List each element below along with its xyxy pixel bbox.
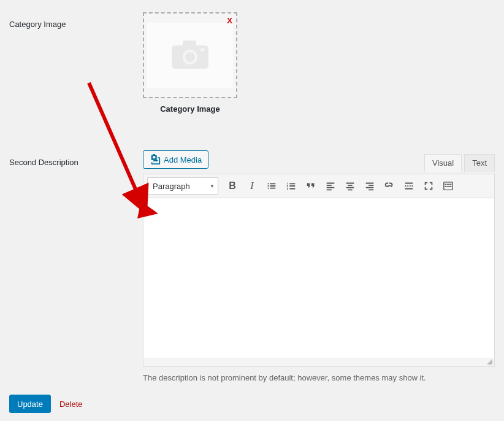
blockquote-button[interactable] <box>302 177 320 195</box>
align-right-button[interactable] <box>361 177 379 195</box>
tab-text[interactable]: Text <box>464 154 495 172</box>
kitchen-sink-button[interactable] <box>439 177 457 195</box>
editor-row: Paragraph B I <box>0 169 504 382</box>
tab-visual[interactable]: Visual <box>424 154 462 172</box>
delete-link[interactable]: Delete <box>59 400 83 409</box>
category-image-dropzone[interactable]: X <box>143 12 237 98</box>
category-image-label: Category Image <box>9 12 143 29</box>
align-center-button[interactable] <box>341 177 359 195</box>
wysiwyg-editor: Paragraph B I <box>143 174 495 367</box>
editor-toolbar: Paragraph B I <box>143 174 494 198</box>
category-image-content: X Category Image <box>143 12 495 114</box>
description-hint: The description is not prominent by defa… <box>143 373 495 382</box>
fullscreen-button[interactable] <box>419 177 438 195</box>
italic-button[interactable]: I <box>243 177 261 195</box>
bullet-list-button[interactable] <box>262 177 281 195</box>
link-button[interactable] <box>380 177 399 195</box>
category-image-caption: Category Image <box>143 104 237 114</box>
svg-point-4 <box>200 48 204 52</box>
add-media-button[interactable]: Add Media <box>143 150 208 169</box>
editor-tabs: Visual Text <box>422 154 495 172</box>
category-image-row: Category Image X Category Image <box>0 0 504 114</box>
align-left-button[interactable] <box>321 177 340 195</box>
submit-row: Update Delete <box>0 382 504 421</box>
svg-point-3 <box>185 52 195 62</box>
remove-image-button[interactable]: X <box>227 16 232 25</box>
format-dropdown[interactable]: Paragraph <box>147 177 218 195</box>
numbered-list-button[interactable] <box>282 177 300 195</box>
bold-button[interactable]: B <box>223 177 242 195</box>
editor-textarea[interactable] <box>143 198 494 358</box>
category-edit-form: Category Image X Category Image Second D… <box>0 0 504 421</box>
editor-resize-handle[interactable] <box>143 358 494 366</box>
read-more-button[interactable] <box>400 177 418 195</box>
second-description-label: Second Description <box>9 150 143 167</box>
svg-rect-1 <box>183 41 196 48</box>
camera-placeholder-icon <box>170 41 210 70</box>
update-button[interactable]: Update <box>9 395 51 413</box>
media-icon <box>150 153 161 166</box>
add-media-button-label: Add Media <box>164 156 202 164</box>
category-image-placeholder <box>147 23 233 88</box>
